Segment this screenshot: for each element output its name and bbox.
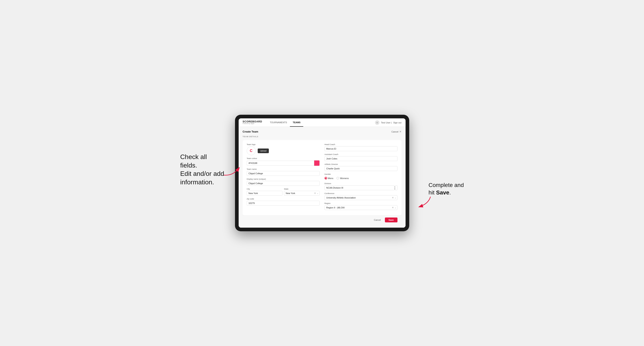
zip-label: Zip code [247,198,320,200]
team-colour-input[interactable] [247,161,314,166]
nav-tabs: TOURNAMENTS TEAMS [267,118,303,127]
user-avatar: U [375,120,380,125]
gender-mens-option[interactable]: Mens [324,177,334,179]
state-subgroup: State New York ✕ ⌄ [284,188,320,196]
womens-label: Womens [340,177,349,179]
city-input[interactable] [247,191,282,196]
tab-teams[interactable]: TEAMS [290,118,304,127]
brand-sub: Powered by clippd [243,123,262,124]
zip-group: Zip code [247,198,320,205]
cancel-footer-button[interactable]: Cancel [372,217,383,222]
division-group: Division NCAA Division III NCAA Division… [324,182,398,190]
head-coach-label: Head Coach [324,143,398,146]
page-header: Create Team Cancel ✕ [243,130,402,133]
city-state-row: City State New York [247,188,320,196]
state-select-wrapper: New York ✕ ⌄ [284,191,320,196]
region-select-wrapper: Region II - (M) DIII ✕ ⌄ [324,205,398,210]
state-label: State [284,188,320,190]
conference-select-wrapper: University Athletic Association ✕ ⌄ [324,195,398,200]
color-swatch[interactable] [314,160,320,166]
team-colour-label: Team colour [247,157,320,160]
logo-area: C Upload [247,146,320,155]
assistant-coach-input[interactable] [324,156,398,161]
form-left-column: Team logo C Upload Team colour [247,143,320,212]
close-icon: ✕ [399,130,402,133]
app-navbar: SCOREBOARD Powered by clippd TOURNAMENTS… [239,118,406,127]
team-logo-group: Team logo C Upload [247,143,320,155]
conference-label: Conference [324,192,398,194]
user-label: Test User | [381,121,392,124]
zip-input[interactable] [247,201,320,205]
tablet-screen: SCOREBOARD Powered by clippd TOURNAMENTS… [239,118,406,228]
upload-button[interactable]: Upload [258,149,269,153]
main-content: Create Team Cancel ✕ TEAM DETAILS [239,127,406,228]
sign-out-link[interactable]: Sign out [393,121,401,124]
division-label: Division [324,182,398,184]
team-logo-circle: C [247,146,256,155]
display-name-label: Display name (unique) [247,178,320,180]
city-subgroup: City [247,188,282,196]
section-label: TEAM DETAILS [243,136,402,138]
team-name-group: Team name [247,168,320,176]
display-name-group: Display name (unique) [247,178,320,186]
gender-label: Gender [324,173,398,175]
brand-logo: SCOREBOARD Powered by clippd [243,120,262,124]
city-state-group: City State New York [247,188,320,196]
womens-radio-dot [336,177,339,179]
tab-tournaments[interactable]: TOURNAMENTS [267,118,290,127]
gender-radio-group: Mens Womens [324,176,398,180]
form-right-column: Head Coach Assistant Coach Athletic Dire… [324,143,398,212]
team-logo-label: Team logo [247,143,320,146]
assistant-coach-label: Assistant Coach [324,153,398,155]
tablet-device: SCOREBOARD Powered by clippd TOURNAMENTS… [235,115,409,231]
head-coach-group: Head Coach [324,143,398,151]
region-group: Region Region II - (M) DIII ✕ ⌄ [324,202,398,210]
athletic-director-group: Athletic Director [324,163,398,171]
form-footer: Cancel Save [243,215,402,224]
region-select[interactable]: Region II - (M) DIII [324,205,398,210]
athletic-director-label: Athletic Director [324,163,398,165]
conference-clear-icon[interactable]: ✕ [392,196,394,199]
gender-womens-option[interactable]: Womens [336,177,349,179]
conference-group: Conference University Athletic Associati… [324,192,398,200]
left-annotation: Check all fields.Edit and/or addinformat… [180,153,225,186]
state-clear-icon[interactable]: ✕ [314,192,316,194]
region-label: Region [324,202,398,204]
mens-label: Mens [328,177,334,179]
gender-group: Gender Mens Womens [324,173,398,180]
division-select-wrapper: NCAA Division III NCAA Division I NCAA D… [324,185,398,190]
conference-select[interactable]: University Athletic Association [324,195,398,200]
assistant-coach-group: Assistant Coach [324,153,398,161]
athletic-director-input[interactable] [324,166,398,171]
mens-radio-dot [324,177,327,179]
form-grid: Team logo C Upload Team colour [247,143,398,212]
team-name-input[interactable] [247,171,320,176]
save-button[interactable]: Save [385,217,398,222]
team-name-label: Team name [247,168,320,170]
nav-right: U Test User | Sign out [375,120,402,125]
color-row [247,160,320,166]
team-colour-group: Team colour [247,157,320,166]
outer-container: Check all fields.Edit and/or addinformat… [180,115,464,231]
region-clear-icon[interactable]: ✕ [392,206,394,209]
right-annotation: Complete and hit Save. [428,181,464,196]
head-coach-input[interactable] [324,146,398,151]
display-name-input[interactable] [247,181,320,186]
cancel-top-button[interactable]: Cancel ✕ [392,130,401,133]
division-select[interactable]: NCAA Division III NCAA Division I NCAA D… [324,185,398,190]
city-label: City [247,188,282,190]
page-title: Create Team [243,130,258,133]
form-card: Team logo C Upload Team colour [243,140,402,215]
brand-name: SCOREBOARD [243,120,262,123]
